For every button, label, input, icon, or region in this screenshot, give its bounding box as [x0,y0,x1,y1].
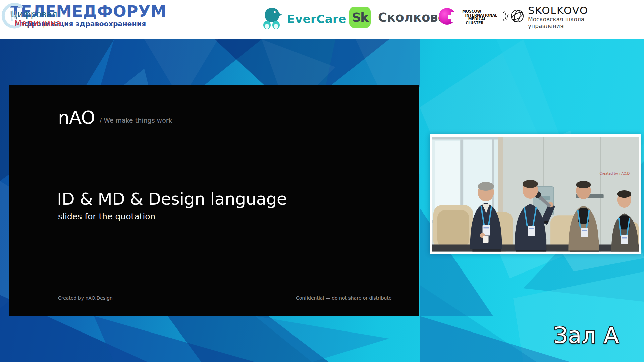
skolkovo-school-sub2: управления [528,23,588,29]
hall-label: Зал А [553,322,619,348]
panel-discussion-scene: Created by nAO.D [432,137,639,252]
skolkovo-school-name: SKOLKOVO [528,5,588,16]
skolkovo-school-sub1: Московская школа [528,16,588,23]
sk-badge-icon: Sk [349,7,371,28]
skolkovo-school-logo: SKOLKOVO Московская школа управления [503,5,588,29]
nao-logo: nAO [58,110,95,125]
evercare-logo: EverCare [262,7,346,32]
digital-medicine-line-1: Цифровая [11,10,61,19]
mimc-line-4: CLUSTER [462,21,497,25]
skolkovo-sk-logo: Sk Сколково [349,7,446,28]
slide-logo-row: nAO / We make things work [58,110,172,125]
skolkovo-school-wordmark: SKOLKOVO Московская школа управления [528,5,588,29]
mimc-wordmark: MOSCOW INTERNATIONAL MEDICAL CLUSTER [462,9,497,25]
skolkovo-globe-icon [503,8,525,26]
evercare-label: EverCare [287,12,346,26]
mimc-logo: MOSCOW INTERNATIONAL MEDICAL CLUSTER [438,6,504,28]
digital-medicine-line-2: Медицина [14,19,61,28]
evercare-bird-icon [262,7,284,32]
slide-title: ID & MD & Design language [57,189,287,209]
stream-stage: ТЕЛЕМЕДФОРУМ цифровизация здравоохранени… [0,0,644,362]
presentation-slide: nAO / We make things work ID & MD & Desi… [9,85,419,316]
slide-subtitle: slides for the quotation [58,212,155,221]
video-watermark: Created by nAO.D [600,172,630,175]
skolkovo-wordmark: Сколково [378,10,446,25]
digital-medicine-wordmark: Цифровая Медицина [11,10,61,28]
slide-footer-created-by: Created by nAO.Design [58,295,113,301]
mimc-cross-icon [438,6,459,28]
nao-tagline: / We make things work [100,117,172,125]
header-bar: ТЕЛЕМЕДФОРУМ цифровизация здравоохранени… [0,0,644,39]
slide-footer-confidential: Confidential — do not share or distribut… [296,295,392,301]
video-feed: Created by nAO.D [430,134,641,254]
